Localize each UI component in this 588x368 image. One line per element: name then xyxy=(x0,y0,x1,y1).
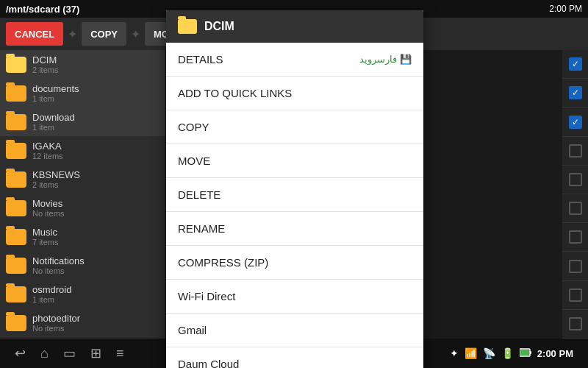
menu-item-wifi-direct[interactable]: Wi-Fi Direct xyxy=(166,280,423,314)
checkbox[interactable] xyxy=(569,202,582,215)
file-item[interactable]: osmdroid 1 item xyxy=(0,280,165,308)
checkbox[interactable] xyxy=(569,289,582,302)
folder-icon xyxy=(6,286,26,302)
file-name: Download xyxy=(32,112,159,123)
path-info: /mnt/sdcard (37) xyxy=(6,4,79,15)
checkbox-row[interactable] xyxy=(562,310,588,339)
file-name: osmdroid xyxy=(32,284,159,295)
menu-icon[interactable]: ≡ xyxy=(116,346,124,361)
checkbox[interactable] xyxy=(569,317,582,330)
menu-item-label: DETAILS xyxy=(178,53,223,66)
menu-item-delete[interactable]: DELETE xyxy=(166,178,423,212)
file-name: photoeditor xyxy=(32,313,159,324)
nav-time: 2:00 PM xyxy=(537,348,573,359)
recent-apps-icon[interactable]: ▭ xyxy=(63,345,76,361)
battery-full-icon xyxy=(520,348,531,359)
checkbox-row[interactable] xyxy=(562,166,588,194)
file-name: KBSNEWS xyxy=(32,169,159,180)
menu-item-move[interactable]: MOVE xyxy=(166,144,423,178)
wifi-icon: 📶 xyxy=(465,347,477,359)
copy-button[interactable]: COPY xyxy=(82,22,126,46)
menu-item-label: COPY xyxy=(178,121,209,133)
checkbox[interactable] xyxy=(569,230,582,244)
home-icon[interactable]: ⌂ xyxy=(40,346,49,361)
file-item[interactable]: KBSNEWS 2 items xyxy=(0,165,165,194)
checkbox[interactable] xyxy=(569,116,582,129)
folder-icon xyxy=(6,143,26,159)
menu-item-label: Gmail xyxy=(178,324,207,336)
checkbox-panel xyxy=(562,50,588,339)
checkbox-row[interactable] xyxy=(562,79,588,107)
checkbox[interactable] xyxy=(569,57,582,71)
folder-icon xyxy=(6,171,26,188)
file-name: documents xyxy=(32,83,159,94)
checkbox-row[interactable] xyxy=(562,50,588,79)
svg-rect-2 xyxy=(520,350,529,355)
file-item[interactable]: Movies No items xyxy=(0,194,165,222)
back-icon[interactable]: ↩ xyxy=(15,345,26,361)
file-name: Notifications xyxy=(32,255,159,266)
file-name: Movies xyxy=(32,198,159,209)
file-meta: No items xyxy=(32,266,159,275)
checkbox-row[interactable] xyxy=(562,137,588,166)
file-item[interactable]: IGAKA 12 items xyxy=(0,136,165,165)
cancel-button[interactable]: CANCEL xyxy=(6,22,63,46)
apps-icon[interactable]: ⊞ xyxy=(90,345,101,361)
checkbox[interactable] xyxy=(569,173,582,186)
context-menu-folder-icon xyxy=(178,19,197,34)
menu-item-quick-links[interactable]: ADD TO QUICK LINKS xyxy=(166,77,423,110)
file-name: Music xyxy=(32,227,159,238)
status-right: 2:00 PM xyxy=(549,4,582,14)
checkbox-row[interactable] xyxy=(562,194,588,223)
file-item[interactable]: documents 1 item xyxy=(0,79,165,107)
menu-item-gmail[interactable]: Gmail xyxy=(166,314,423,347)
folder-icon xyxy=(6,258,26,274)
menu-item-label: MOVE xyxy=(178,155,210,167)
context-menu-title: DCIM xyxy=(204,20,412,33)
menu-item-label: Wi-Fi Direct xyxy=(178,290,235,302)
file-item[interactable]: photoeditor No items xyxy=(0,308,165,337)
menu-item-label: RENAME xyxy=(178,222,225,235)
file-meta: 1 item xyxy=(32,295,159,304)
menu-item-rename[interactable]: RENAME xyxy=(166,212,423,246)
checkbox-row[interactable] xyxy=(562,252,588,280)
file-item[interactable]: Music 7 items xyxy=(0,222,165,251)
menu-item-label: ADD TO QUICK LINKS xyxy=(178,87,292,99)
menu-item-details[interactable]: DETAILSفارسروید 💾 xyxy=(166,43,423,77)
folder-icon xyxy=(6,114,26,130)
file-name: DCIM xyxy=(32,54,159,66)
battery-icon: 🔋 xyxy=(501,347,514,359)
checkbox-row[interactable] xyxy=(562,107,588,136)
checkbox[interactable] xyxy=(569,86,582,99)
nav-icons-right: ✦ 📶 📡 🔋 2:00 PM xyxy=(450,347,573,359)
file-item[interactable]: Download 1 item xyxy=(0,107,165,136)
file-list: DCIM 2 items documents 1 item Download 1… xyxy=(0,50,165,339)
file-name: IGAKA xyxy=(32,141,159,152)
checkbox-row[interactable] xyxy=(562,223,588,252)
context-menu[interactable]: DCIM DETAILSفارسروید 💾ADD TO QUICK LINKS… xyxy=(166,10,423,368)
menu-item-daum-cloud[interactable]: Daum Cloud xyxy=(166,347,423,368)
folder-icon xyxy=(6,315,26,331)
file-item[interactable]: Notifications No items xyxy=(0,251,165,280)
file-meta: No items xyxy=(32,324,159,333)
menu-item-label: COMPRESS (ZIP) xyxy=(178,256,268,269)
context-menu-header: DCIM xyxy=(166,10,423,43)
menu-item-compress[interactable]: COMPRESS (ZIP) xyxy=(166,246,423,280)
checkbox-row[interactable] xyxy=(562,281,588,310)
file-meta: 12 items xyxy=(32,152,159,160)
menu-item-copy[interactable]: COPY xyxy=(166,110,423,144)
file-meta: 2 items xyxy=(32,180,159,189)
file-meta: 7 items xyxy=(32,238,159,247)
menu-item-label: DELETE xyxy=(178,188,220,201)
folder-icon xyxy=(6,200,26,216)
file-item[interactable]: DCIM 2 items xyxy=(0,50,165,79)
checkbox[interactable] xyxy=(569,260,582,273)
checkbox[interactable] xyxy=(569,144,582,158)
path-title: /mnt/sdcard (37) xyxy=(6,4,79,15)
context-menu-items: DETAILSفارسروید 💾ADD TO QUICK LINKSCOPYM… xyxy=(166,43,423,368)
file-meta: 2 items xyxy=(32,66,159,74)
bluetooth-icon: ✦ xyxy=(450,347,459,359)
file-meta: 1 item xyxy=(32,94,159,103)
file-meta: No items xyxy=(32,209,159,218)
nav-icons-left: ↩ ⌂ ▭ ⊞ ≡ xyxy=(15,345,123,361)
